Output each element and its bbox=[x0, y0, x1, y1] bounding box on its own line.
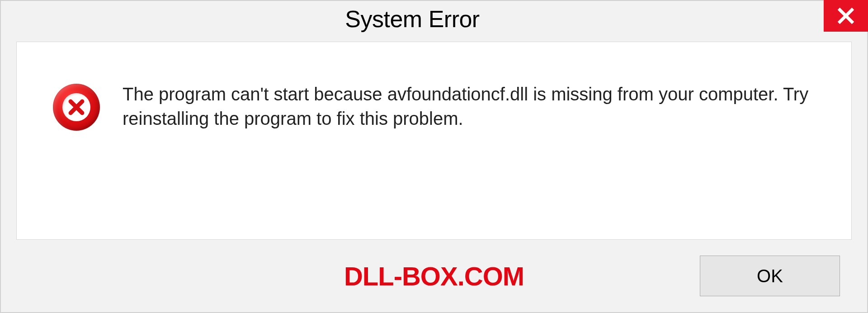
dialog-title: System Error bbox=[1, 1, 824, 33]
close-button[interactable] bbox=[824, 0, 868, 32]
dialog-content: The program can't start because avfounda… bbox=[16, 42, 852, 240]
titlebar: System Error bbox=[1, 1, 867, 38]
dialog-footer: DLL-BOX.COM OK bbox=[1, 240, 867, 312]
error-dialog: System Error The program can't start bec… bbox=[0, 0, 868, 313]
ok-button[interactable]: OK bbox=[700, 256, 840, 296]
close-icon bbox=[837, 7, 855, 25]
watermark-text: DLL-BOX.COM bbox=[344, 261, 524, 291]
error-icon bbox=[53, 84, 100, 131]
error-message: The program can't start because avfounda… bbox=[123, 82, 820, 131]
